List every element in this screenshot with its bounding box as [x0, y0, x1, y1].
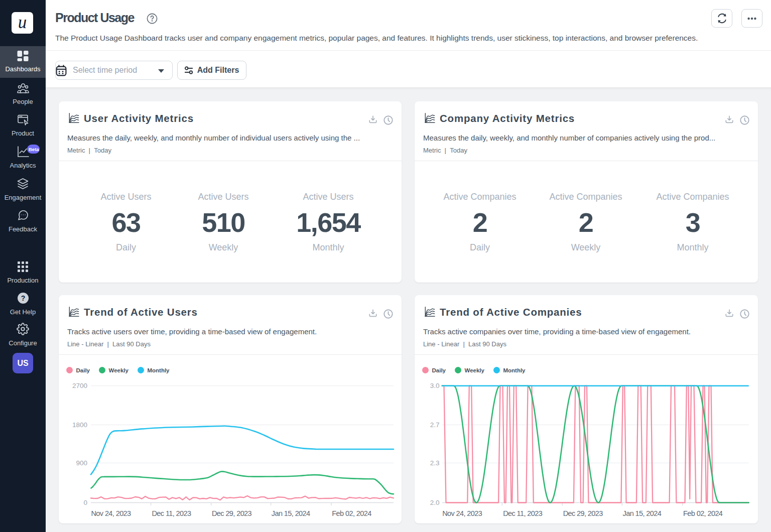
svg-text:Jan 15, 2024: Jan 15, 2024 [623, 509, 662, 517]
svg-text:?: ? [21, 294, 25, 302]
svg-text:Feb 02, 2024: Feb 02, 2024 [683, 509, 723, 517]
svg-text:1800: 1800 [72, 421, 87, 429]
svg-text:Nov 24, 2023: Nov 24, 2023 [442, 509, 482, 517]
svg-text:2.0: 2.0 [430, 499, 440, 506]
svg-text:Feb 02, 2024: Feb 02, 2024 [332, 509, 371, 517]
svg-text:Dec 29, 2023: Dec 29, 2023 [563, 509, 603, 517]
svg-text:Dec 29, 2023: Dec 29, 2023 [212, 509, 252, 517]
svg-text:2.7: 2.7 [430, 421, 440, 429]
svg-text:0: 0 [83, 499, 87, 506]
svg-text:2.3: 2.3 [430, 459, 440, 467]
svg-text:3.0: 3.0 [430, 382, 440, 389]
svg-text:Dec 11, 2023: Dec 11, 2023 [503, 509, 543, 517]
svg-text:Dec 11, 2023: Dec 11, 2023 [152, 509, 192, 517]
svg-text:2700: 2700 [72, 382, 87, 389]
svg-text:Nov 24, 2023: Nov 24, 2023 [91, 509, 131, 517]
svg-text:Jan 15, 2024: Jan 15, 2024 [272, 509, 310, 517]
svg-text:900: 900 [76, 459, 87, 467]
